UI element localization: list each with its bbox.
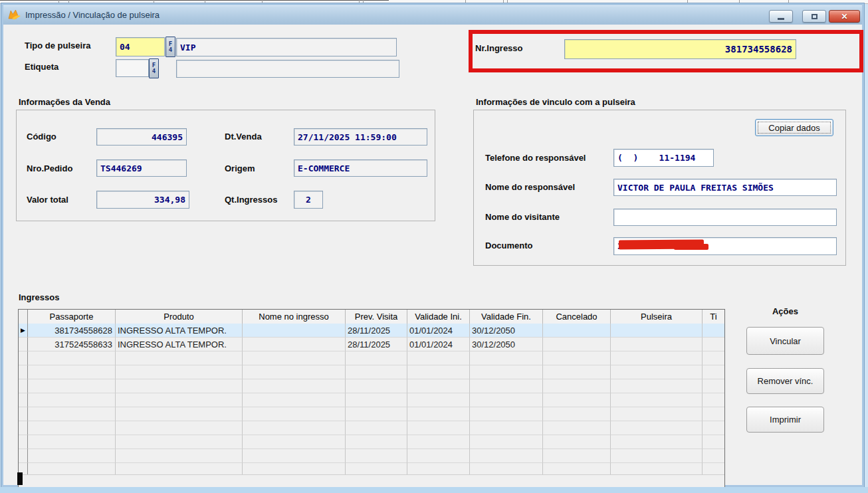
grid-cell: [116, 407, 243, 421]
dtvenda-field: 27/11/2025 11:59:00: [294, 128, 427, 146]
grid-cell: [703, 449, 725, 463]
title-bar[interactable]: Impressão / Vinculação de pulseira: [3, 5, 862, 25]
grid-cell: [28, 435, 116, 449]
grid-cell: [611, 379, 703, 393]
grid-cell: [543, 421, 611, 435]
row-selector-cell: [19, 351, 28, 365]
grid-cell: [243, 365, 346, 379]
grid-cell: [611, 421, 703, 435]
column-header-Prev. Visita[interactable]: Prev. Visita: [346, 310, 407, 324]
grid-cell: [243, 407, 346, 421]
imprimir-button[interactable]: Imprimir: [746, 407, 824, 433]
qt-ingressos-field: 2: [294, 191, 323, 209]
minimize-icon: [778, 18, 784, 20]
grid-empty-row: [19, 379, 724, 393]
grid-cell: [611, 393, 703, 407]
row-selector-cell: [19, 379, 28, 393]
grid-cell: [116, 379, 243, 393]
grid-cell: [243, 338, 346, 351]
maximize-button[interactable]: [802, 10, 826, 23]
grid-cell: [703, 365, 725, 379]
acoes-title: Ações: [746, 306, 824, 316]
grid-cell: [470, 393, 543, 407]
grid-cell: [28, 407, 116, 421]
grid-cell: 28/11/2025: [346, 324, 407, 338]
minimize-button[interactable]: [769, 10, 793, 23]
nr-ingresso-input[interactable]: 381734558628: [564, 39, 796, 59]
grid-cell: 01/01/2024: [407, 338, 470, 351]
etiqueta-code-input[interactable]: [116, 59, 149, 77]
window-title: Impressão / Vinculação de pulseira: [25, 10, 160, 20]
copiar-dados-button[interactable]: Copiar dados: [755, 119, 833, 136]
etiqueta-label: Etiqueta: [25, 62, 58, 72]
documento-label: Documento: [485, 241, 533, 250]
column-header-Cancelado[interactable]: Cancelado: [543, 310, 611, 324]
remover-vinc-label: Remover vínc.: [758, 376, 814, 386]
grid-cell: 30/12/2050: [470, 338, 543, 351]
etiqueta-f4-button[interactable]: F4: [149, 58, 159, 78]
fox-app-icon: [8, 9, 21, 21]
nome-visitante-input[interactable]: [613, 209, 837, 226]
grid-cell: [346, 407, 407, 421]
column-header-Passaporte[interactable]: Passaporte: [28, 310, 116, 324]
grid-cell: [28, 351, 116, 365]
grid-cell: [116, 421, 243, 435]
grid-cell: [543, 379, 611, 393]
maximize-icon: [812, 14, 817, 19]
grid-cell: [470, 351, 543, 365]
origem-field: E-COMMERCE: [294, 159, 427, 177]
pedido-label: Nro.Pedido: [27, 163, 72, 173]
grid-data-row-1[interactable]: ▶381734558628INGRESSO ALTA TEMPOR.28/11/…: [19, 324, 724, 338]
grid-cell: [243, 421, 346, 435]
row-selector-cell: ▶: [19, 324, 28, 338]
grid-empty-row: [19, 351, 724, 365]
grid-cell: [407, 379, 470, 393]
grid-cell: [407, 407, 470, 421]
grid-cell: [703, 393, 725, 407]
grid-cell: [470, 365, 543, 379]
grid-cell: [611, 435, 703, 449]
grid-cell: [28, 449, 116, 463]
origem-label: Origem: [225, 163, 255, 173]
codigo-label: Código: [27, 132, 56, 142]
pedido-field: TS446269: [96, 159, 187, 177]
vincular-button[interactable]: Vincular: [746, 327, 824, 355]
grid-horizontal-scrollbar[interactable]: [19, 474, 724, 488]
grid-cell: [470, 379, 543, 393]
grid-cell: [28, 365, 116, 379]
grid-cell: [703, 351, 725, 365]
row-selector-cell: [19, 449, 28, 463]
telefone-label: Telefone do responsável: [485, 153, 586, 163]
grid-empty-row: [19, 365, 724, 379]
grid-data-row-2[interactable]: 317524558633INGRESSO ALTA TEMPOR.28/11/2…: [19, 338, 724, 351]
grid-cell: [611, 407, 703, 421]
grid-cell: [243, 393, 346, 407]
grid-cell: [28, 421, 116, 435]
tipo-pulseira-f4-button[interactable]: F4: [165, 37, 175, 57]
column-header-Ti[interactable]: Ti: [703, 310, 725, 324]
grid-cell: [543, 351, 611, 365]
grid-cell: [243, 449, 346, 463]
column-header-Produto[interactable]: Produto: [116, 310, 243, 324]
column-header-Pulseira[interactable]: Pulseira: [611, 310, 703, 324]
grid-cell: [470, 421, 543, 435]
grid-cell: [346, 435, 407, 449]
grid-cell: 381734558628: [28, 324, 116, 338]
column-header-Nome no ingresso[interactable]: Nome no ingresso: [243, 310, 346, 324]
tipo-pulseira-code-input[interactable]: 04: [116, 37, 165, 56]
grid-cell: [543, 435, 611, 449]
nome-responsavel-input[interactable]: VICTOR DE PAULA FREITAS SIMÕES: [613, 179, 837, 196]
vinculo-group-title: Informações de vinculo com a pulseira: [475, 97, 637, 107]
column-header-Validade Ini.[interactable]: Validade Ini.: [407, 310, 470, 324]
grid-cell: [611, 449, 703, 463]
row-selector-cell: [19, 393, 28, 407]
grid-cell: [116, 365, 243, 379]
column-header-Validade Fin.[interactable]: Validade Fin.: [470, 310, 543, 324]
documento-input[interactable]: 3: [613, 237, 837, 255]
grid-cell: 28/11/2025: [346, 338, 407, 351]
telefone-input[interactable]: ( ) 11-1194: [613, 149, 714, 167]
grid-header-row: PassaporteProdutoNome no ingressoPrev. V…: [19, 310, 724, 324]
remover-vinc-button[interactable]: Remover vínc.: [746, 368, 824, 394]
close-button[interactable]: ✕: [829, 10, 860, 23]
grid-cell: [543, 324, 611, 338]
